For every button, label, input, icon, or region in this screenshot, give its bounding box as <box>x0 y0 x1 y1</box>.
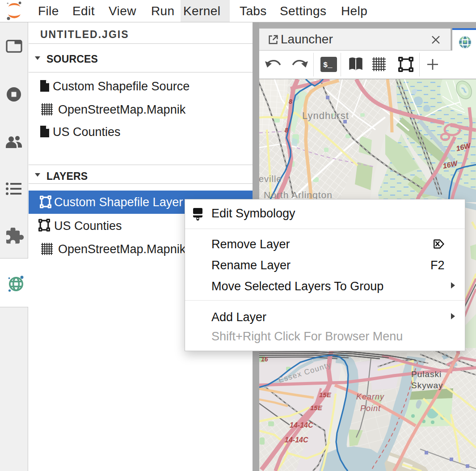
svg-text:North Arlington: North Arlington <box>264 190 333 200</box>
svg-text:15E: 15E <box>310 404 323 412</box>
svg-text:eville: eville <box>259 174 282 184</box>
svg-text:$_: $_ <box>323 61 333 69</box>
svg-text:Kearny: Kearny <box>356 392 384 401</box>
svg-text:Point: Point <box>360 404 381 413</box>
svg-text:Pulaski: Pulaski <box>411 369 442 379</box>
svg-text:Skyway: Skyway <box>411 381 443 390</box>
svg-text:16: 16 <box>261 356 268 363</box>
svg-text:14-14C: 14-14C <box>285 436 308 444</box>
svg-text:Lyndhurst: Lyndhurst <box>302 110 349 121</box>
svg-text:8: 8 <box>285 127 288 134</box>
svg-text:8: 8 <box>289 98 292 105</box>
svg-text:14-14C: 14-14C <box>290 421 313 429</box>
svg-text:15E: 15E <box>319 391 332 399</box>
